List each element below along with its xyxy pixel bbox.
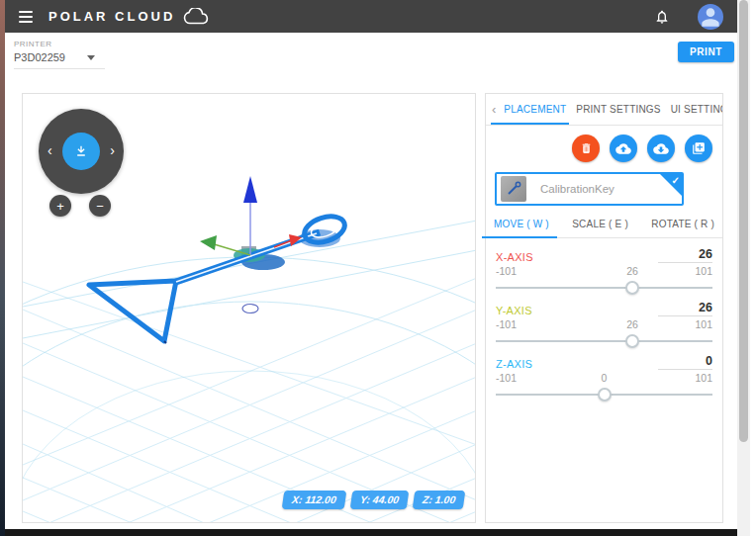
z-axis-slider[interactable] <box>496 388 712 402</box>
zoom-in-button[interactable]: + <box>49 195 71 217</box>
y-axis-slider-handle[interactable] <box>625 334 639 348</box>
x-axis-max: 101 <box>695 265 712 277</box>
tab-placement[interactable]: PLACEMENT <box>499 94 571 125</box>
tabs-prev-icon[interactable]: ‹ <box>489 102 499 117</box>
scrollbar-thumb[interactable] <box>739 0 748 442</box>
x-axis-current: 26 <box>626 265 638 277</box>
z-coordinate-badge: Z: 1.00 <box>412 491 465 509</box>
center-view-button[interactable] <box>62 133 100 170</box>
printer-label: PRINTER <box>14 40 105 48</box>
tab-scale[interactable]: SCALE ( E ) <box>568 211 632 237</box>
app-bar: POLAR CLOUD <box>0 0 737 33</box>
tab-move[interactable]: MOVE ( W ) <box>490 211 553 237</box>
y-axis-min: -101 <box>496 318 517 330</box>
printer-selector: PRINTER P3D02259 <box>14 40 105 69</box>
page-scrollbar[interactable] <box>737 0 750 536</box>
rotate-left-icon[interactable]: ‹ <box>47 143 52 157</box>
camera-rotate-wheel[interactable]: ‹ › <box>39 109 124 194</box>
viewport-3d[interactable]: ‹ › + − X: 112.00 Y: 44.00 Z: 1.00 <box>22 93 476 523</box>
tab-print-settings[interactable]: PRINT SETTINGS <box>571 94 665 125</box>
check-icon: ✓ <box>672 175 680 186</box>
polar-cloud-app: POLAR CLOUD PRINTER P3D02259 PRINT <box>0 0 756 536</box>
cloud-upload-button[interactable] <box>610 134 637 162</box>
z-axis-max: 101 <box>695 372 712 384</box>
y-axis-current: 26 <box>626 318 638 330</box>
settings-panel: ‹ PLACEMENT PRINT SETTINGS UI SETTINGS › <box>485 93 723 523</box>
z-axis-label: Z-AXIS <box>496 358 532 370</box>
app-logo: POLAR CLOUD <box>48 9 175 24</box>
z-axis-scale: -101 0 101 <box>496 372 712 387</box>
x-axis-scale: -101 26 101 <box>496 265 712 280</box>
printer-dropdown[interactable]: P3D02259 <box>14 48 105 69</box>
z-axis-control: Z-AXIS 0 -101 0 101 <box>496 349 712 402</box>
x-axis-label: X-AXIS <box>496 251 533 263</box>
y-axis-value-input[interactable]: 26 <box>658 301 712 316</box>
x-axis-slider-handle[interactable] <box>625 281 639 295</box>
printer-value: P3D02259 <box>14 51 65 63</box>
y-axis-max: 101 <box>695 318 712 330</box>
delete-button[interactable] <box>572 134 600 162</box>
x-axis-control: X-AXIS 26 -101 26 101 <box>496 242 712 295</box>
menu-icon[interactable] <box>19 11 33 23</box>
x-axis-min: -101 <box>496 265 517 277</box>
cloud-download-button[interactable] <box>647 134 675 162</box>
y-axis-label: Y-AXIS <box>496 305 532 316</box>
z-axis-slider-handle[interactable] <box>598 388 612 402</box>
rotate-right-icon[interactable]: › <box>110 143 115 157</box>
y-coordinate-badge: Y: 44.00 <box>349 491 409 509</box>
y-axis-scale: -101 26 101 <box>496 318 712 333</box>
x-coordinate-badge: X: 112.00 <box>282 491 346 509</box>
duplicate-button[interactable] <box>685 134 712 162</box>
chevron-down-icon <box>87 55 95 60</box>
x-axis-value-input[interactable]: 26 <box>658 247 712 263</box>
notifications-icon[interactable] <box>654 8 670 26</box>
cloud-logo-icon <box>183 8 209 25</box>
z-axis-value-input[interactable]: 0 <box>658 354 712 370</box>
print-button[interactable]: PRINT <box>678 42 734 62</box>
tab-rotate[interactable]: ROTATE ( R ) <box>647 211 718 237</box>
object-list-item[interactable]: CalibrationKey ✓ <box>495 172 684 206</box>
y-axis-slider[interactable] <box>496 334 712 348</box>
transform-tab-bar: MOVE ( W ) SCALE ( E ) ROTATE ( R ) <box>486 211 722 238</box>
zoom-out-button[interactable]: − <box>89 195 111 217</box>
z-axis-min: -101 <box>496 372 517 384</box>
window-edge-bottom <box>0 529 737 536</box>
y-axis-control: Y-AXIS 26 -101 26 101 <box>496 296 712 348</box>
object-thumbnail <box>501 176 526 202</box>
user-avatar[interactable] <box>698 4 723 30</box>
window-edge-left <box>0 0 5 536</box>
panel-tab-bar: ‹ PLACEMENT PRINT SETTINGS UI SETTINGS › <box>486 94 722 126</box>
coordinate-readout: X: 112.00 Y: 44.00 Z: 1.00 <box>283 491 464 509</box>
object-name: CalibrationKey <box>540 183 614 195</box>
tab-ui-settings[interactable]: UI SETTINGS <box>666 94 722 125</box>
object-actions <box>486 126 722 162</box>
x-axis-slider[interactable] <box>496 281 712 295</box>
axis-controls: X-AXIS 26 -101 26 101 Y-AXIS 26 <box>486 238 722 402</box>
z-axis-current: 0 <box>602 372 608 384</box>
